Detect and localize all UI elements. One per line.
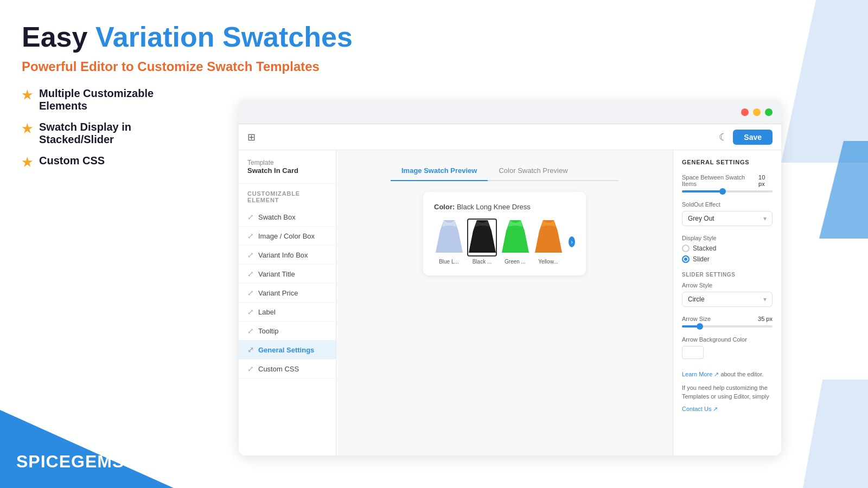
arrow-size-text: Arrow Size xyxy=(682,316,711,322)
star-icon-3: ★ xyxy=(22,156,33,170)
soldout-value: Grey Out xyxy=(688,215,714,222)
template-label: Template xyxy=(247,159,327,166)
sidebar-item-swatch-box[interactable]: ⤢ Swatch Box xyxy=(239,208,336,227)
arrow-size-value: 35 px xyxy=(758,316,773,322)
setting-space-between: Space Between Swatch Items 10 px xyxy=(682,174,773,192)
sidebar-label-variant-info: Variant Info Box xyxy=(258,251,308,259)
soldout-text: SoldOut Effect xyxy=(682,201,720,208)
sidebar-item-variant-info-box[interactable]: ⤢ Variant Info Box xyxy=(239,246,336,265)
swatch-green[interactable]: Green ... xyxy=(500,219,530,265)
feature-text-3: Custom CSS xyxy=(39,155,105,167)
next-arrow[interactable]: › xyxy=(569,236,575,247)
subtitle: Powerful Editor to Customize Swatch Temp… xyxy=(22,59,846,74)
soldout-select[interactable]: Grey Out ▾ xyxy=(682,211,773,226)
sidebar-item-image-color-box[interactable]: ⤢ Image / Color Box xyxy=(239,227,336,246)
left-sidebar: Template Swatch In Card CUSTOMIZABLE ELE… xyxy=(239,150,336,455)
expand-icon-6: ⤢ xyxy=(247,307,254,316)
arrow-style-value: Circle xyxy=(688,296,705,303)
editor-content: Template Swatch In Card CUSTOMIZABLE ELE… xyxy=(239,150,781,455)
sidebar-label-image-color: Image / Color Box xyxy=(258,232,315,240)
tab-image-swatch[interactable]: Image Swatch Preview xyxy=(391,161,488,181)
sidebar-item-variant-title[interactable]: ⤢ Variant Title xyxy=(239,265,336,284)
radio-circle-slider[interactable] xyxy=(682,255,690,263)
deco-bottom xyxy=(803,380,868,488)
select-arrow-style: ▾ xyxy=(763,296,767,303)
swatch-label-green: Green ... xyxy=(505,259,526,265)
contact-us-link[interactable]: Contact Us ↗ xyxy=(682,404,773,414)
title-plain: Easy xyxy=(22,21,95,53)
expand-icon-4: ⤢ xyxy=(247,269,254,278)
display-style-label: Display Style xyxy=(682,235,773,241)
setting-arrow-bg-color: Arrow Background Color xyxy=(682,336,773,359)
swatch-img-blue xyxy=(434,219,464,256)
star-icon-2: ★ xyxy=(22,122,33,136)
theme-toggle-icon[interactable]: ☾ xyxy=(719,131,727,143)
arrow-size-slider-track[interactable] xyxy=(682,325,773,328)
radio-label-slider: Slider xyxy=(693,255,710,263)
sidebar-item-custom-css[interactable]: ⤢ Custom CSS xyxy=(239,359,336,378)
expand-icon-7: ⤢ xyxy=(247,326,254,335)
swatch-blue[interactable]: Blue L... xyxy=(434,219,464,265)
radio-slider[interactable]: Slider xyxy=(682,255,773,263)
space-slider-fill xyxy=(682,190,723,192)
expand-icon-3: ⤢ xyxy=(247,251,254,259)
dot-yellow[interactable] xyxy=(753,108,761,116)
learn-more-suffix: about the editor. xyxy=(720,371,763,377)
main-title: Easy Variation Swatches xyxy=(22,22,846,53)
arrow-style-label: Arrow Style xyxy=(682,282,773,288)
swatch-black[interactable]: Black ... xyxy=(467,219,497,265)
dress-svg-orange xyxy=(535,220,562,255)
title-blue: Variation Swatches xyxy=(95,21,353,53)
panel-title: GENERAL SETTINGS xyxy=(682,159,773,165)
preview-card: Color: Black Long Knee Dress Blue L... xyxy=(423,192,586,275)
soldout-label: SoldOut Effect xyxy=(682,201,773,208)
panel-footer: Learn More ↗ about the editor. If you ne… xyxy=(682,370,773,413)
dress-svg-green xyxy=(502,220,529,255)
arrow-size-label: Arrow Size 35 px xyxy=(682,316,773,322)
sidebar-label-custom-css: Custom CSS xyxy=(258,365,299,373)
radio-label-stacked: Stacked xyxy=(693,245,716,252)
sidebar-label-swatch-box: Swatch Box xyxy=(258,213,296,221)
swatch-label-blue: Blue L... xyxy=(439,259,459,265)
learn-more-link[interactable]: Learn More ↗ xyxy=(682,371,719,377)
template-value: Swatch In Card xyxy=(247,166,327,175)
menu-icon[interactable]: ⊞ xyxy=(247,131,256,143)
sidebar-item-label[interactable]: ⤢ Label xyxy=(239,303,336,322)
arrow-style-select[interactable]: Circle ▾ xyxy=(682,292,773,307)
space-slider-track[interactable] xyxy=(682,190,773,192)
feature-text-2: Swatch Display inStacked/Slider xyxy=(39,121,131,146)
swatches-row: Blue L... Black ... xyxy=(434,219,575,265)
sidebar-item-tooltip[interactable]: ⤢ Tooltip xyxy=(239,322,336,341)
expand-icon-8: ⤢ xyxy=(247,345,254,354)
arrow-bg-color-input[interactable] xyxy=(682,346,704,359)
sidebar-label-variant-price: Variant Price xyxy=(258,289,298,297)
radio-circle-stacked[interactable] xyxy=(682,245,690,252)
setting-arrow-size: Arrow Size 35 px xyxy=(682,316,773,328)
radio-stacked[interactable]: Stacked xyxy=(682,245,773,252)
dot-green[interactable] xyxy=(765,108,773,116)
learn-more-text: Learn More ↗ about the editor. xyxy=(682,370,773,379)
color-value: Black Long Knee Dress xyxy=(457,203,531,211)
swatch-orange[interactable]: Yellow... xyxy=(533,219,563,265)
space-between-label: Space Between Swatch Items 10 px xyxy=(682,174,773,187)
help-text: If you need help customizing the Templat… xyxy=(682,383,773,401)
select-arrow-soldout: ▾ xyxy=(763,215,767,222)
sidebar-item-general-settings[interactable]: ⤢ General Settings xyxy=(239,341,336,359)
customizable-section: CUSTOMIZABLE ELEMENT ⤢ Swatch Box ⤢ Imag… xyxy=(239,190,336,378)
space-between-value: 10 px xyxy=(758,174,773,187)
dress-svg-black xyxy=(469,220,496,255)
space-slider-thumb[interactable] xyxy=(719,188,726,195)
tab-color-swatch[interactable]: Color Swatch Preview xyxy=(488,161,578,181)
swatch-img-black xyxy=(467,219,497,256)
preview-tabs: Image Swatch Preview Color Swatch Previe… xyxy=(391,161,618,181)
dot-red[interactable] xyxy=(741,108,749,116)
save-button[interactable]: Save xyxy=(733,130,773,145)
color-label: Color: Black Long Knee Dress xyxy=(434,203,575,211)
brand-name: SPICEGEMS xyxy=(16,452,124,472)
display-style-text: Display Style xyxy=(682,235,717,241)
sidebar-label-variant-title: Variant Title xyxy=(258,270,295,278)
swatch-img-green xyxy=(500,219,530,256)
window-titlebar xyxy=(239,100,781,124)
arrow-size-slider-thumb[interactable] xyxy=(697,323,703,330)
sidebar-item-variant-price[interactable]: ⤢ Variant Price xyxy=(239,284,336,303)
